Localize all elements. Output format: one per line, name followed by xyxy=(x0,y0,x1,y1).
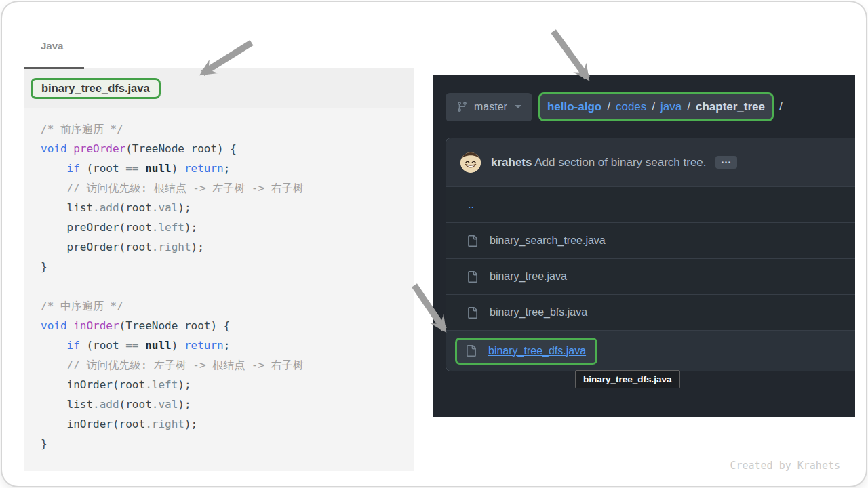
code-line: // 访问优先级: 根结点 -> 左子树 -> 右子树 xyxy=(41,178,407,198)
file-title: binary_tree_dfs.java xyxy=(41,82,150,94)
repo-toolbar: master hello-algo/codes/java/chapter_tre… xyxy=(446,92,783,121)
code-line: preOrder(root.left); xyxy=(41,218,407,237)
file-name[interactable]: binary_tree_bfs.java xyxy=(490,306,587,319)
avatar[interactable] xyxy=(460,152,481,173)
code-panel: Java binary_tree_dfs.java /* 前序遍历 */void… xyxy=(24,35,414,471)
code-line: inOrder(root.right); xyxy=(41,414,407,434)
file-list: ..binary_search_tree.javabinary_tree.jav… xyxy=(446,186,855,371)
file-row[interactable]: binary_search_tree.java xyxy=(446,222,855,258)
file-link[interactable]: binary_tree_dfs.java xyxy=(488,345,586,357)
tab-java[interactable]: Java xyxy=(41,40,63,52)
commit-message-link[interactable]: Add section of binary search tree. xyxy=(534,156,706,169)
code-line: } xyxy=(41,434,407,453)
code-line: /* 前序遍历 */ xyxy=(41,119,407,139)
file-icon xyxy=(467,271,478,283)
file-title-highlight-box: binary_tree_dfs.java xyxy=(31,78,161,99)
code-title-bar: binary_tree_dfs.java xyxy=(24,68,414,108)
parent-dir-link[interactable]: .. xyxy=(468,199,474,211)
file-highlight-box: binary_tree_dfs.java xyxy=(455,338,597,365)
commit-author-link[interactable]: krahets xyxy=(491,156,532,169)
breadcrumb-separator: / xyxy=(607,100,610,113)
credit-text: Created by Krahets xyxy=(730,460,840,472)
file-row[interactable]: binary_tree_dfs.java xyxy=(446,330,855,371)
branch-selector-button[interactable]: master xyxy=(446,93,532,121)
code-line: /* 中序遍历 */ xyxy=(41,296,407,316)
code-line: inOrder(root.left); xyxy=(41,375,407,394)
file-row[interactable]: binary_tree_bfs.java xyxy=(446,294,855,330)
code-line: void preOrder(TreeNode root) { xyxy=(41,139,407,159)
tooltip: binary_tree_dfs.java xyxy=(575,370,680,388)
breadcrumb-link-java[interactable]: java xyxy=(660,100,682,113)
code-line: list.add(root.val); xyxy=(41,394,407,414)
screenshot-card: Java binary_tree_dfs.java /* 前序遍历 */void… xyxy=(1,1,867,487)
breadcrumb: hello-algo/codes/java/chapter_tree xyxy=(547,100,765,114)
file-icon xyxy=(467,235,478,247)
code-block: /* 前序遍历 */void preOrder(TreeNode root) {… xyxy=(24,108,414,471)
file-list-card: krahets Add section of binary search tre… xyxy=(446,138,855,371)
file-row[interactable]: binary_tree.java xyxy=(446,258,855,294)
breadcrumb-separator: / xyxy=(652,100,655,113)
breadcrumb-separator: / xyxy=(687,100,690,113)
avatar-face-image xyxy=(460,152,481,173)
chevron-down-icon xyxy=(515,105,521,108)
file-icon xyxy=(467,307,478,319)
code-line: list.add(root.val); xyxy=(41,198,407,218)
breadcrumb-trailing-slash: / xyxy=(779,100,783,114)
code-line xyxy=(41,277,407,296)
latest-commit-bar: krahets Add section of binary search tre… xyxy=(446,138,855,186)
breadcrumb-link-hello-algo[interactable]: hello-algo xyxy=(547,100,601,113)
file-name[interactable]: binary_search_tree.java xyxy=(490,235,606,247)
file-row[interactable]: .. xyxy=(446,186,855,222)
branch-label: master xyxy=(474,101,507,113)
code-tab-bar: Java xyxy=(24,35,414,68)
code-line: } xyxy=(41,257,407,277)
active-tab-underline xyxy=(24,67,84,69)
code-line: if (root == null) return; xyxy=(41,159,407,178)
code-line: if (root == null) return; xyxy=(41,336,407,355)
code-line: void inOrder(TreeNode root) { xyxy=(41,316,407,336)
commit-more-button[interactable]: … xyxy=(715,156,737,169)
annotation-arrow-breadcrumb xyxy=(553,31,587,78)
breadcrumb-link-codes[interactable]: codes xyxy=(616,100,646,113)
breadcrumb-highlight-box: hello-algo/codes/java/chapter_tree xyxy=(538,92,774,121)
code-line: preOrder(root.right); xyxy=(41,237,407,257)
git-branch-icon xyxy=(456,101,468,113)
file-name[interactable]: binary_tree.java xyxy=(490,270,567,283)
code-line: // 访问优先级: 左子树 -> 根结点 -> 右子树 xyxy=(41,355,407,375)
breadcrumb-current: chapter_tree xyxy=(696,100,765,113)
github-file-browser: master hello-algo/codes/java/chapter_tre… xyxy=(433,75,855,417)
file-icon xyxy=(465,345,477,357)
commit-message-row: krahets Add section of binary search tre… xyxy=(491,156,707,169)
